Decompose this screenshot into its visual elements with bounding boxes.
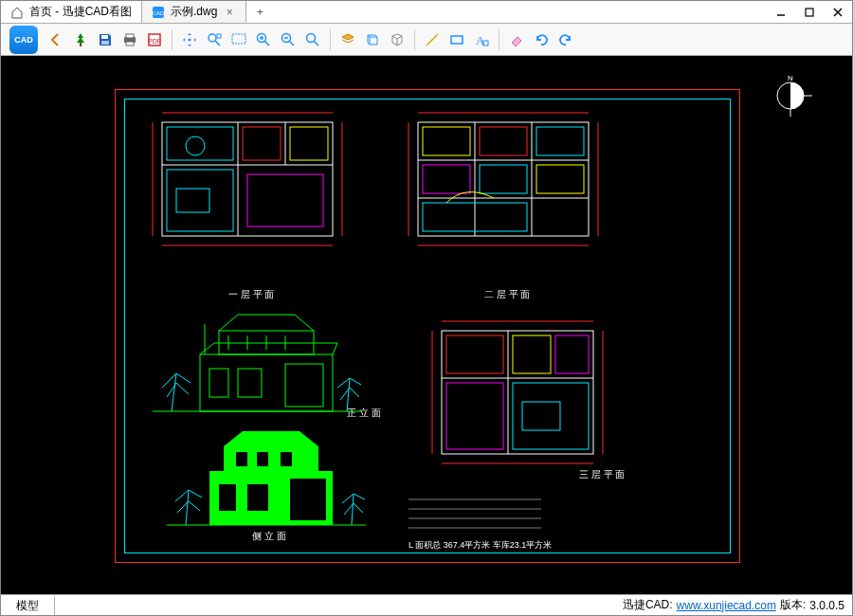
svg-point-41 [186,136,205,155]
svg-rect-70 [209,369,228,397]
compass-icon: N [767,75,814,122]
svg-line-27 [315,41,319,45]
elevation-label-1: 正 立 面 [347,407,381,420]
model-tab[interactable]: 模型 [1,595,55,615]
svg-rect-95 [522,402,560,430]
svg-rect-18 [232,34,245,44]
toolbar-separator [172,29,172,50]
drawing-canvas[interactable]: 一 层 平 面 二 层 平 [1,56,852,594]
rectangle-icon[interactable] [445,28,468,51]
eraser-icon[interactable] [505,28,528,51]
tab-file[interactable]: CAD 示例.dwg × [142,1,246,23]
svg-rect-82 [247,484,268,511]
svg-point-26 [307,33,316,42]
zoom-window-icon[interactable] [227,28,250,51]
svg-point-14 [189,38,191,41]
svg-rect-86 [281,452,292,466]
svg-rect-36 [167,127,233,160]
tab-close-button[interactable]: × [223,6,236,19]
svg-rect-54 [536,127,584,155]
close-button[interactable] [824,1,852,23]
svg-rect-8 [101,41,109,45]
print-icon[interactable] [118,28,141,51]
svg-rect-7 [101,35,108,39]
svg-rect-52 [423,127,470,155]
undo-icon[interactable] [530,28,553,51]
text-block [408,492,579,539]
svg-rect-6 [80,43,82,46]
tab-label: 示例.dwg [171,4,217,20]
svg-rect-55 [423,165,470,193]
maximize-button[interactable] [795,1,824,23]
elevation-label-2: 侧 立 面 [252,530,286,543]
svg-rect-87 [442,331,593,454]
zoom-extents-icon[interactable] [203,28,226,51]
toolbar-separator [330,29,331,50]
layers-icon[interactable] [336,28,359,51]
svg-point-15 [209,34,216,42]
svg-rect-68 [200,354,333,411]
status-brand: 迅捷CAD: [623,597,673,613]
model-tab-label: 模型 [16,598,39,614]
svg-rect-83 [290,479,326,520]
home-icon [10,6,24,19]
drawing-summary: L 面积总 367.4平方米 车库23.1平方米 [408,539,552,552]
svg-line-28 [426,34,438,45]
svg-rect-81 [219,484,236,511]
minimize-button[interactable] [767,1,795,23]
zoom-realtime-icon[interactable] [301,28,324,51]
svg-text:N: N [788,75,793,82]
svg-rect-40 [247,174,323,226]
elevation-2 [162,426,371,534]
tab-bar: 首页 - 迅捷CAD看图 CAD 示例.dwg × + [1,1,852,24]
svg-text:CAD: CAD [153,10,165,16]
svg-line-20 [265,41,270,45]
cad-file-icon: CAD [152,6,165,19]
svg-rect-17 [217,34,221,38]
main-toolbar: CAD PDF A [1,24,852,56]
new-tab-button[interactable]: + [246,1,273,23]
status-right: 迅捷CAD: www.xunjiecad.com 版本: 3.0.0.5 [615,595,852,615]
floor-plan-3 [413,312,622,482]
status-url-link[interactable]: www.xunjiecad.com [677,599,776,612]
svg-line-16 [215,41,220,45]
floor-plan-1 [143,108,361,279]
status-bar: 模型 迅捷CAD: www.xunjiecad.com 版本: 3.0.0.5 [1,594,852,615]
svg-line-24 [290,41,295,45]
svg-rect-11 [126,42,134,45]
window-controls [767,1,852,23]
plan-label-3: 三 层 平 面 [579,468,625,481]
tab-home[interactable]: 首页 - 迅捷CAD看图 [1,1,142,23]
tree-icon[interactable] [69,28,92,51]
svg-rect-90 [446,335,503,373]
elevation-1 [143,307,371,421]
svg-text:PDF: PDF [148,38,161,45]
toolbar-separator [499,29,499,50]
svg-rect-72 [285,364,323,407]
redo-icon[interactable] [554,28,577,51]
zoom-out-icon[interactable] [277,28,299,51]
svg-rect-42 [176,189,209,212]
export-icon[interactable]: PDF [143,28,166,51]
zoom-in-icon[interactable] [252,28,275,51]
svg-rect-57 [536,165,584,193]
floor-plan-2 [399,108,617,279]
svg-rect-53 [480,127,527,155]
svg-rect-84 [236,452,247,466]
save-icon[interactable] [94,28,117,51]
svg-rect-37 [243,127,281,160]
back-icon[interactable] [45,28,67,51]
line-icon[interactable] [421,28,444,51]
svg-rect-71 [238,369,262,397]
box-icon[interactable] [386,28,408,51]
3d-orbit-icon[interactable] [361,28,384,51]
pan-icon[interactable] [178,28,201,51]
app-window: 首页 - 迅捷CAD看图 CAD 示例.dwg × + CAD PDF [0,0,853,616]
text-icon[interactable]: A [470,28,493,51]
svg-rect-38 [290,127,328,160]
svg-rect-10 [126,34,134,38]
svg-rect-3 [806,9,813,16]
status-version-label: 版本: [780,597,806,613]
svg-rect-47 [418,122,589,236]
svg-rect-85 [257,452,268,466]
